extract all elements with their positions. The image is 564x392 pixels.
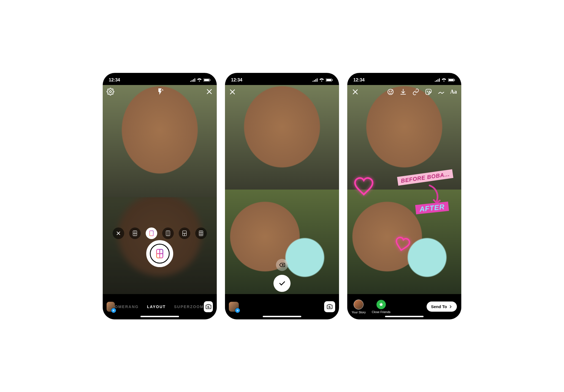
layout-options-row [103,227,217,239]
status-bar: 12:34 [103,73,217,86]
svg-text:A: A [162,88,164,91]
signal-icon [435,78,440,82]
close-friends-icon [376,300,386,309]
gallery-thumbnail[interactable]: + [107,302,115,312]
layout-option-2v-selected[interactable] [146,227,157,239]
switch-camera-button[interactable] [324,301,335,312]
editor-top-bar: Aa [347,88,461,95]
svg-rect-12 [326,79,331,81]
sticker-icon[interactable] [425,88,432,95]
save-icon[interactable] [400,88,407,95]
camera-viewport: A [103,85,217,319]
battery-icon [448,78,455,82]
svg-point-21 [429,91,430,91]
mode-prev[interactable]: OMERANG [115,305,139,309]
status-time: 12:34 [231,78,242,83]
wifi-icon [197,78,202,82]
svg-point-18 [389,91,390,91]
draw-icon[interactable] [438,88,445,95]
phone-screen-3: 12:34 Aa BEFORE BOBA [347,73,461,319]
status-icons [190,78,211,82]
chevron-right-icon [449,305,452,309]
heart-doodle-sticker[interactable] [353,176,375,198]
layout-option-2h[interactable] [162,227,174,239]
layout-option-3x2[interactable] [195,227,207,239]
heart-doodle-sticker[interactable] [392,235,412,254]
svg-point-19 [391,91,392,91]
your-story-button[interactable]: Your Story [352,300,366,314]
mode-next[interactable]: SUPERZOOM [174,305,204,309]
add-icon: + [235,308,240,313]
layout-pane-empty [103,197,217,294]
svg-rect-1 [204,79,209,81]
svg-rect-2 [210,79,210,81]
effects-icon[interactable] [387,88,394,95]
wifi-icon [319,78,324,82]
home-indicator[interactable] [263,316,301,317]
status-time: 12:34 [353,78,365,83]
signal-icon [313,78,318,82]
svg-rect-15 [449,79,454,81]
send-to-button[interactable]: Send To [427,301,457,312]
settings-icon[interactable] [107,88,114,95]
status-bar: 12:34 [347,73,461,86]
phone-screen-1: 12:34 A [103,73,217,319]
confirm-button[interactable] [273,275,291,292]
switch-camera-button[interactable] [204,301,213,312]
status-time: 12:34 [109,78,120,83]
send-to-label: Send To [431,304,447,309]
battery-icon [326,78,333,82]
add-icon: + [111,308,116,313]
close-icon[interactable] [229,88,236,95]
gallery-thumbnail[interactable]: + [229,302,239,312]
story-editor-viewport[interactable]: Aa BEFORE BOBA... AFTER Your Story Cl [347,85,461,319]
svg-rect-16 [454,79,455,81]
shutter-button[interactable] [146,240,173,267]
phone-screen-2: 12:34 + [225,73,339,319]
svg-rect-13 [332,79,333,81]
triptych-container: 12:34 A [0,0,564,392]
status-icons [435,78,455,82]
close-icon[interactable] [206,88,213,95]
status-bar: 12:34 [225,73,339,86]
close-friends-button[interactable]: Close Friends [372,300,391,314]
layout-preview-viewport: + [225,85,339,319]
layout-option-2x2[interactable] [129,227,141,239]
status-icons [313,78,333,82]
mode-active[interactable]: LAYOUT [147,305,166,309]
camera-modes[interactable]: OMERANG LAYOUT SUPERZOOM [115,305,204,309]
signal-icon [190,78,195,82]
svg-point-20 [427,91,428,91]
text-icon[interactable]: Aa [450,89,457,95]
svg-point-3 [110,91,112,92]
layout-option-1-2[interactable] [179,227,190,239]
layout-pane-filled: A [103,85,217,198]
close-friends-label: Close Friends [372,310,391,314]
home-indicator[interactable] [385,316,424,317]
wifi-icon [441,78,446,82]
avatar [354,300,364,309]
layout-photo-top[interactable] [225,85,339,190]
home-indicator[interactable] [140,316,179,317]
battery-icon [204,78,211,82]
layout-close-button[interactable] [113,227,124,239]
close-icon[interactable] [352,88,359,95]
your-story-label: Your Story [352,311,366,314]
delete-last-button[interactable] [276,259,288,271]
flash-auto-icon[interactable]: A [156,88,164,95]
link-icon[interactable] [412,88,419,95]
